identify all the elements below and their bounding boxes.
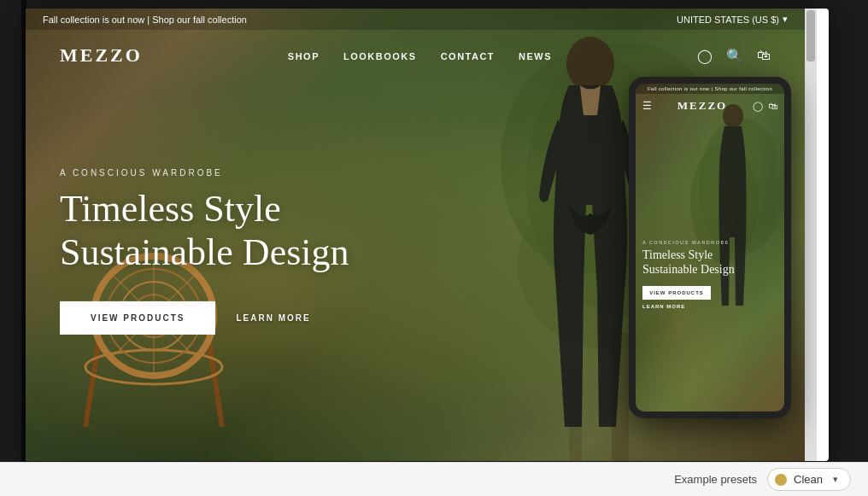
scrollbar-track (806, 10, 815, 459)
region-label: UNITED STATES (US $) (677, 15, 779, 25)
region-selector[interactable]: UNITED STATES (US $) ▾ (677, 14, 788, 25)
mobile-subtitle: A CONSCIOUS WARDROBE (642, 240, 777, 245)
nav-contact[interactable]: CONTACT (441, 51, 495, 61)
mobile-view-products-button[interactable]: VIEW PRODUCTS (642, 286, 711, 300)
mobile-announcement: Fall collection is out now | Shop our fa… (636, 84, 784, 94)
navbar: MEZZO SHOP LOOKBOOKS CONTACT NEWS ◯ 🔍 🛍 (26, 34, 805, 77)
hero-title-line2: Sustainable Design (60, 231, 349, 273)
hero-content: A CONSCIOUS WARDROBE Timeless Style Sust… (60, 168, 349, 335)
nav-shop[interactable]: SHOP (288, 51, 320, 61)
preset-name: Clean (794, 473, 823, 486)
example-presets-label: Example presets (674, 473, 757, 486)
nav-links: SHOP LOOKBOOKS CONTACT NEWS (288, 48, 552, 63)
mobile-navbar: ☰ MEZZO ◯ 🛍 (636, 94, 784, 118)
hero-section: Fall collection is out now | Shop our fa… (26, 9, 817, 461)
preset-dropdown[interactable]: Clean ▾ (767, 468, 851, 491)
cart-icon[interactable]: 🛍 (757, 48, 771, 63)
mobile-title: Timeless Style Sustainable Design (642, 248, 777, 277)
mobile-hero-content: A CONSCIOUS WARDROBE Timeless Style Sust… (642, 240, 777, 309)
site-logo: MEZZO (60, 44, 143, 67)
hero-buttons: VIEW PRODUCTS LEARN MORE (60, 301, 349, 335)
nav-icons: ◯ 🔍 🛍 (697, 48, 771, 64)
announcement-text: Fall collection is out now | Shop our fa… (43, 15, 247, 25)
scrollbar-thumb[interactable] (806, 10, 815, 61)
mobile-logo: MEZZO (677, 99, 727, 113)
mobile-device-mockup: Fall collection is out now | Shop our fa… (629, 77, 791, 418)
announcement-bar: Fall collection is out now | Shop our fa… (26, 9, 805, 30)
nav-lookbooks[interactable]: LOOKBOOKS (343, 51, 417, 61)
preset-color-dot (775, 474, 787, 486)
hero-subtitle: A CONSCIOUS WARDROBE (60, 168, 349, 178)
nav-news[interactable]: NEWS (519, 51, 552, 61)
mobile-account-icon[interactable]: ◯ (753, 101, 763, 112)
preset-chevron: ▾ (833, 474, 838, 485)
view-products-button[interactable]: VIEW PRODUCTS (60, 301, 215, 335)
mobile-title-line2: Sustainable Design (642, 263, 735, 276)
mobile-cart-icon[interactable]: 🛍 (768, 101, 777, 112)
search-icon[interactable]: 🔍 (726, 48, 743, 64)
mobile-learn-more-button[interactable]: LEARN MORE (642, 304, 777, 309)
browser-scrollbar[interactable] (805, 9, 817, 461)
hero-title: Timeless Style Sustainable Design (60, 188, 349, 274)
account-icon[interactable]: ◯ (697, 48, 713, 64)
mobile-menu-icon[interactable]: ☰ (642, 100, 652, 112)
browser-frame: Fall collection is out now | Shop our fa… (26, 9, 829, 461)
mobile-nav-icons: ◯ 🛍 (753, 101, 777, 112)
mobile-title-line1: Timeless Style (642, 248, 713, 261)
bottom-bar: Example presets Clean ▾ (0, 462, 868, 496)
hero-title-line1: Timeless Style (60, 188, 281, 230)
region-chevron: ▾ (783, 14, 788, 25)
learn-more-button[interactable]: LEARN MORE (236, 313, 310, 323)
mobile-inner: Fall collection is out now | Shop our fa… (636, 84, 784, 411)
